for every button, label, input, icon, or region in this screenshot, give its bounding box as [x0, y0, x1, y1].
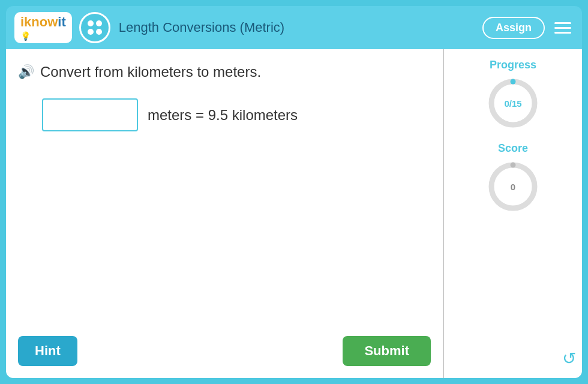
main-area: 🔊 Convert from kilometers to meters. met… — [6, 49, 582, 378]
header-controls: Assign — [482, 17, 574, 39]
progress-label: Progress — [490, 59, 536, 71]
hamburger-line — [554, 32, 571, 34]
film-dot — [96, 29, 102, 35]
film-icon — [79, 12, 110, 43]
left-panel: 🔊 Convert from kilometers to meters. met… — [6, 49, 444, 378]
question-header: 🔊 Convert from kilometers to meters. — [18, 64, 431, 80]
question-text: Convert from kilometers to meters. — [40, 64, 261, 80]
header: iknowit 💡 Length Conversions (Metric) As… — [6, 6, 582, 49]
header-title: Length Conversions (Metric) — [119, 20, 482, 35]
question-area: 🔊 Convert from kilometers to meters. met… — [18, 64, 431, 330]
logo-ik: iknow — [20, 14, 58, 29]
submit-button[interactable]: Submit — [343, 336, 431, 366]
score-label: Score — [498, 142, 528, 155]
score-section: Score 0 — [486, 142, 540, 214]
score-value: 0 — [511, 182, 515, 192]
logo: iknowit 💡 — [14, 12, 72, 43]
logo-text: iknowit — [20, 14, 66, 30]
answer-input[interactable] — [42, 98, 138, 131]
logo-it: it — [58, 14, 65, 29]
app-container: iknowit 💡 Length Conversions (Metric) As… — [0, 0, 588, 384]
film-dot — [96, 20, 102, 26]
progress-value: 0/15 — [504, 98, 521, 109]
hamburger-line — [554, 22, 571, 24]
film-dots — [86, 19, 103, 36]
hamburger-line — [554, 27, 571, 29]
score-donut: 0 — [486, 160, 540, 214]
progress-section: Progress 0/15 — [486, 59, 540, 130]
logo-bulb-icon: 💡 — [20, 31, 66, 41]
hint-button[interactable]: Hint — [18, 336, 77, 366]
answer-row: meters = 9.5 kilometers — [42, 98, 431, 131]
progress-donut: 0/15 — [486, 76, 540, 130]
menu-button[interactable] — [552, 20, 574, 36]
equation-text: meters = 9.5 kilometers — [148, 107, 298, 124]
bottom-buttons: Hint Submit — [18, 330, 431, 366]
sound-icon[interactable]: 🔊 — [18, 64, 34, 80]
assign-button[interactable]: Assign — [482, 17, 545, 39]
back-button[interactable]: ↺ — [562, 349, 576, 368]
right-panel: Progress 0/15 Score 0 — [444, 49, 582, 378]
film-dot — [88, 29, 94, 35]
film-dot — [88, 20, 94, 26]
